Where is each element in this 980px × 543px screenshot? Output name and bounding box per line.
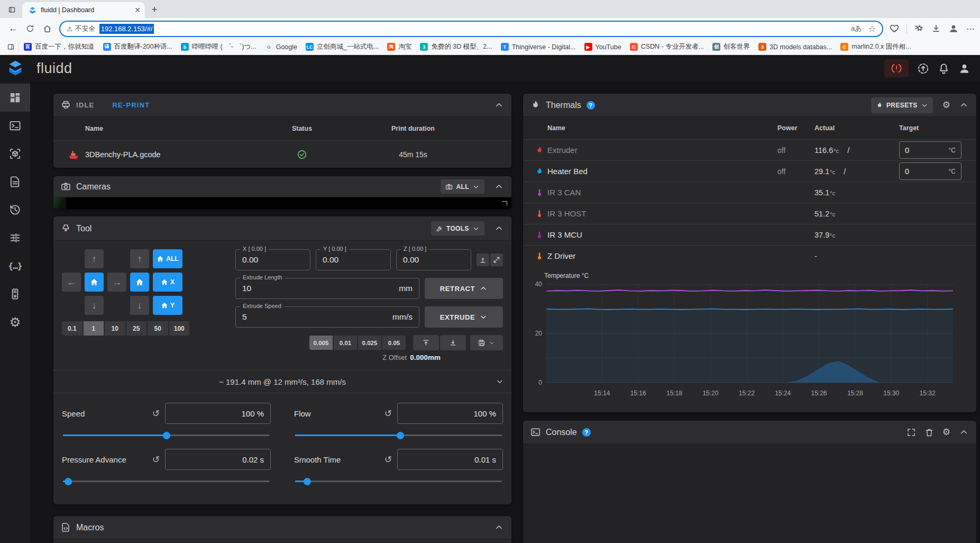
retract-button[interactable]: RETRACT <box>425 278 503 299</box>
favorites-bar-icon[interactable] <box>914 24 924 33</box>
z-offset-up-button[interactable] <box>413 335 439 350</box>
update-status-icon[interactable] <box>917 62 929 75</box>
collapse-icon[interactable] <box>959 427 969 437</box>
thermal-row[interactable]: IR 3 MCU37.9°c <box>523 224 976 245</box>
sidebar-item-settings[interactable]: ⚙ <box>0 308 30 336</box>
bookmark-item[interactable]: GGoogle <box>261 41 301 53</box>
z-offset-down-button[interactable] <box>440 335 466 350</box>
speed-reset-icon[interactable]: ↺ <box>152 408 160 419</box>
tab-actions-icon[interactable] <box>4 3 19 16</box>
sidebar-item-jobs[interactable] <box>0 168 30 196</box>
fluidd-logo[interactable] <box>0 55 30 82</box>
temperature-chart[interactable]: 15:1415:1615:1815:2015:2215:2415:2615:28… <box>523 266 976 412</box>
bookmark-item[interactable]: ▶YouTube <box>580 41 626 53</box>
jog-step-button[interactable]: 10 <box>105 321 125 336</box>
target-temperature-input[interactable]: 0°C <box>899 141 961 159</box>
camera-stream[interactable] <box>53 197 511 209</box>
z-step-button[interactable]: 0.01 <box>334 336 357 350</box>
bookmark-item[interactable]: 33D models databas... <box>754 41 836 53</box>
home-icon[interactable] <box>39 21 55 37</box>
flow-field[interactable]: 100 % <box>397 403 503 424</box>
thermal-row[interactable]: IR 3 CAN35.1°c <box>523 182 976 203</box>
pressure-advance-reset-icon[interactable]: ↺ <box>152 454 160 465</box>
sidebar-item-history[interactable] <box>0 196 30 224</box>
bookmark-item[interactable]: Cmarlin2.0.x 固件相... <box>836 41 915 53</box>
security-chip[interactable]: ⚠不安全 <box>67 24 95 33</box>
sidebar-item-tune[interactable] <box>0 224 30 252</box>
relative-positioning-button[interactable] <box>490 254 503 266</box>
save-z-offset-button[interactable] <box>470 335 503 350</box>
presets-button[interactable]: PRESETS <box>871 97 933 113</box>
pressure-advance-field[interactable]: 0.02 s <box>165 449 271 470</box>
collapse-icon[interactable] <box>494 182 504 192</box>
sidebar-item-dashboard[interactable] <box>0 84 30 112</box>
back-icon[interactable]: ← <box>5 21 21 37</box>
jog-step-button[interactable]: 100 <box>169 321 190 336</box>
z-step-button[interactable]: 0.05 <box>382 336 406 350</box>
emergency-stop-button[interactable] <box>884 59 909 77</box>
jog-z-plus-button[interactable]: ↑ <box>130 249 149 268</box>
home-z-button[interactable] <box>130 273 149 292</box>
refresh-icon[interactable] <box>22 21 38 37</box>
bookmark-item[interactable]: 创创客世界 <box>708 41 754 53</box>
absolute-positioning-button[interactable] <box>477 254 489 266</box>
clear-console-icon[interactable] <box>924 428 934 437</box>
smooth-time-reset-icon[interactable]: ↺ <box>384 454 392 465</box>
jog-z-minus-button[interactable]: ↓ <box>130 296 149 315</box>
console-output[interactable] <box>523 444 976 543</box>
tab-close-icon[interactable]: ✕ <box>134 6 141 14</box>
home-y-button[interactable]: Y <box>153 296 182 315</box>
pressure-advance-slider[interactable] <box>63 481 270 482</box>
jog-step-button[interactable]: 1 <box>84 321 104 336</box>
bookmark-item[interactable]: 3免费的 3D 模型、2... <box>416 41 496 53</box>
sidebar-item-system[interactable] <box>0 280 30 308</box>
collapse-icon[interactable] <box>959 100 969 110</box>
address-bar[interactable]: ⚠不安全 192.168.2.153/#/ aあ ☆ <box>59 21 883 37</box>
expand-icon[interactable] <box>906 428 916 437</box>
extrude-length-field[interactable]: Extrude Length 10 mm <box>235 278 419 299</box>
z-step-button[interactable]: 0.025 <box>358 336 381 350</box>
bookmark-item[interactable]: b哔哩哔哩 ( ゜- ゜)つ... <box>177 41 261 53</box>
jog-y-plus-button[interactable]: ↑ <box>85 249 104 268</box>
reprint-button[interactable]: RE-PRINT <box>112 101 150 109</box>
smooth-time-slider[interactable] <box>295 481 502 482</box>
notifications-icon[interactable] <box>938 62 950 75</box>
bookmark-item[interactable]: LC立创商城_一站式电... <box>301 41 383 53</box>
extrude-speed-field[interactable]: Extrude Speed 5 mm/s <box>235 306 419 328</box>
speed-field[interactable]: 100 % <box>165 403 271 424</box>
thermals-settings-icon[interactable]: ⚙ <box>942 99 950 111</box>
reading-list-icon[interactable] <box>4 39 17 55</box>
profile-avatar[interactable] <box>948 23 959 34</box>
z-position-field[interactable]: Z [ 0.00 ] 0.00 <box>396 249 471 270</box>
bookmark-item[interactable]: 译百度翻译-200种语... <box>99 41 177 53</box>
camera-all-button[interactable]: ALL <box>441 179 484 194</box>
bookmark-item[interactable]: TThingiverse - Digital... <box>497 41 580 53</box>
thermal-row[interactable]: IR 3 HOST51.2°c <box>523 203 976 224</box>
tools-dropdown-button[interactable]: TOOLS <box>431 221 484 236</box>
sidebar-item-gcode-preview[interactable] <box>0 140 30 168</box>
jog-y-minus-button[interactable]: ↓ <box>85 296 104 315</box>
x-position-field[interactable]: X [ 0.00 ] 0.00 <box>235 249 310 270</box>
jog-step-button[interactable]: 0.1 <box>62 321 83 336</box>
help-badge[interactable]: ? <box>587 101 595 110</box>
collapse-icon[interactable] <box>494 522 504 532</box>
jog-x-plus-button[interactable]: → <box>107 273 126 292</box>
browser-essentials-icon[interactable] <box>890 24 899 33</box>
bookmark-item[interactable]: 淘淘宝 <box>383 41 416 53</box>
jog-step-button[interactable]: 50 <box>148 321 168 336</box>
collapse-icon[interactable] <box>494 100 504 110</box>
bookmark-item[interactable]: 百百度一下，你就知道 <box>20 41 99 53</box>
home-all-button[interactable]: ALL <box>153 249 182 268</box>
downloads-icon[interactable] <box>931 24 941 33</box>
sidebar-item-console[interactable] <box>0 112 30 140</box>
home-x-button[interactable]: X <box>153 273 182 292</box>
help-badge[interactable]: ? <box>582 428 591 437</box>
favorite-star-icon[interactable]: ☆ <box>868 24 876 34</box>
smooth-time-field[interactable]: 0.01 s <box>397 449 503 470</box>
fullscreen-corner-icon[interactable] <box>502 201 507 205</box>
flow-slider[interactable] <box>295 435 502 436</box>
jog-step-button[interactable]: 25 <box>126 321 147 336</box>
url-text[interactable]: 192.168.2.153/#/ <box>99 25 154 33</box>
file-row[interactable]: 3DBenchy-PLA.gcode 45m 15s <box>53 140 511 168</box>
thermal-row[interactable]: Z Driver- <box>523 245 976 266</box>
